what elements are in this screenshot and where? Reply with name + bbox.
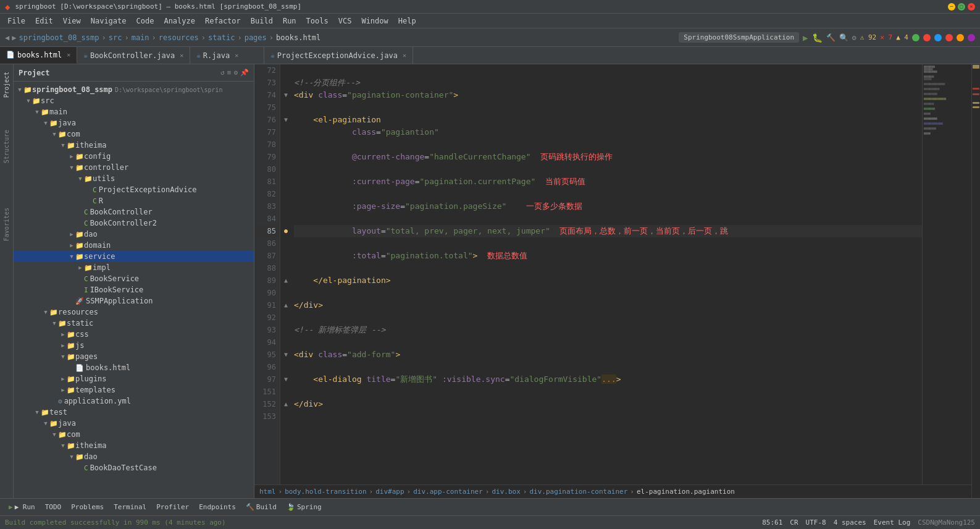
run-tab[interactable]: ▶ ▶ Run (5, 502, 39, 512)
tree-src[interactable]: ▼ 📁 src (14, 95, 254, 106)
tree-impl[interactable]: ▶ 📁 impl (14, 262, 254, 273)
tab-close-r[interactable]: ✕ (235, 52, 238, 59)
menu-window[interactable]: Window (356, 15, 393, 27)
tree-ibook-service[interactable]: ▶ I IBookService (14, 284, 254, 295)
structure-panel-label[interactable]: Structure (1, 127, 12, 166)
tree-service[interactable]: ▼ 📁 service (14, 251, 254, 262)
tree-itheima[interactable]: ▼ 📁 itheima (14, 140, 254, 151)
warning-badge[interactable]: ⚠ 92 (860, 33, 877, 41)
tree-static[interactable]: ▼ 📁 static (14, 318, 254, 329)
tree-controller[interactable]: ▼ 📁 controller (14, 162, 254, 173)
tree-com[interactable]: ▼ 📁 com (14, 129, 254, 140)
nav-body[interactable]: body.hold-transition (285, 488, 366, 496)
gear-icon[interactable]: ⚙ (852, 33, 856, 42)
breadcrumb-resources[interactable]: resources (159, 33, 199, 42)
spring-tab[interactable]: 🍃Spring (283, 502, 325, 512)
tab-books-html[interactable]: 📄 books.html ✕ (0, 47, 77, 64)
back-button[interactable]: ◀ (5, 33, 9, 42)
error-badge[interactable]: ✕ 7 (880, 33, 892, 41)
nav-el-pagination[interactable]: el-pagination.pagiantion (637, 488, 735, 496)
tree-ssmp-application[interactable]: ▶ 🚀 SSMPApplication (14, 295, 254, 307)
tree-book-controller[interactable]: ▶ C BookController (14, 206, 254, 218)
menu-help[interactable]: Help (393, 15, 421, 27)
problems-tab[interactable]: Problems (67, 502, 107, 512)
scroll-minimap[interactable]: ██████████ ████████ ████████████ ███████… (922, 64, 971, 485)
tree-root[interactable]: ▼ 📁 springboot_08_ssmp D:\workspace\spri… (14, 84, 254, 95)
tab-close-exception[interactable]: ✕ (403, 52, 406, 59)
tree-project-exception[interactable]: ▶ C ProjectExceptionAdvice (14, 184, 254, 195)
menu-vcs[interactable]: VCS (333, 15, 357, 27)
tree-book-service[interactable]: ▶ C BookService (14, 273, 254, 284)
search-icon[interactable]: 🔍 (839, 33, 848, 42)
nav-html[interactable]: html (259, 488, 276, 496)
minimize-button[interactable]: ─ (948, 3, 955, 11)
terminal-tab[interactable]: Terminal (110, 502, 150, 512)
maximize-button[interactable]: □ (958, 3, 965, 11)
tree-utils[interactable]: ▼ 📁 utils (14, 173, 254, 184)
tree-test-com[interactable]: ▼ 📁 com (14, 429, 254, 440)
nav-div-app-container[interactable]: div.app-container (413, 488, 483, 496)
tree-plugins[interactable]: ▶ 📁 plugins (14, 373, 254, 384)
close-button[interactable]: ✕ (968, 3, 975, 11)
menu-build[interactable]: Build (246, 15, 278, 27)
tree-test-itheima[interactable]: ▼ 📁 itheima (14, 440, 254, 451)
tree-js[interactable]: ▶ 📁 js (14, 340, 254, 351)
build-tab[interactable]: 🔨Build (242, 502, 280, 512)
code-view[interactable]: 72 73 74 75 76 77 78 79 80 81 82 83 84 8… (254, 64, 971, 485)
tree-test-dao[interactable]: ▼ 📁 dao (14, 451, 254, 462)
menu-view[interactable]: View (58, 15, 86, 27)
sidebar-refresh-icon[interactable]: ↺ (220, 69, 225, 77)
tree-templates[interactable]: ▶ 📁 templates (14, 384, 254, 396)
menu-analyze[interactable]: Analyze (159, 15, 200, 27)
indent-indicator[interactable]: 4 spaces (834, 518, 866, 527)
nav-div-box[interactable]: div.box (492, 488, 520, 496)
nav-div-app[interactable]: div#app (375, 488, 404, 496)
breadcrumb-main[interactable]: main (132, 33, 149, 42)
sidebar-settings-icon[interactable]: ⚙ (233, 69, 238, 77)
run-button[interactable]: ▶ (803, 33, 808, 43)
info-badge[interactable]: ▲ 4 (896, 33, 908, 41)
tab-project-exception[interactable]: ☕ ProjectExceptionAdvice.java ✕ (264, 47, 413, 64)
profiler-tab[interactable]: Profiler (153, 502, 193, 512)
crlf-indicator[interactable]: CR (790, 518, 798, 527)
tree-book-dao-test[interactable]: ▶ C BookDaoTestCase (14, 462, 254, 473)
todo-tab[interactable]: TODO (41, 502, 65, 512)
tree-domain[interactable]: ▶ 📁 domain (14, 240, 254, 251)
menu-file[interactable]: File (2, 15, 30, 27)
tab-r-java[interactable]: ☕ R.java ✕ (190, 47, 264, 64)
tree-test-java[interactable]: ▼ 📁 java (14, 418, 254, 429)
tree-book-controller2[interactable]: ▶ C BookController2 (14, 218, 254, 229)
tree-main[interactable]: ▼ 📁 main (14, 106, 254, 117)
run-config-dropdown[interactable]: Springboot08SsmpApplication (679, 32, 799, 43)
menu-code[interactable]: Code (132, 15, 159, 27)
tree-config[interactable]: ▶ 📁 config (14, 151, 254, 162)
tab-close-bookcontroller[interactable]: ✕ (180, 52, 183, 59)
code-content[interactable]: <!--分页组件--> <div class="pagination-conta… (291, 64, 922, 485)
tree-java[interactable]: ▼ 📁 java (14, 117, 254, 129)
tree-test[interactable]: ▼ 📁 test (14, 407, 254, 418)
tree-books-html[interactable]: ▶ 📄 books.html (14, 362, 254, 373)
tab-book-controller[interactable]: ☕ BookController.java ✕ (77, 47, 190, 64)
menu-edit[interactable]: Edit (30, 15, 58, 27)
tree-css[interactable]: ▶ 📁 css (14, 329, 254, 340)
tree-pages[interactable]: ▼ 📁 pages (14, 351, 254, 362)
forward-button[interactable]: ▶ (12, 33, 16, 42)
event-log-btn[interactable]: Event Log (874, 518, 911, 527)
breadcrumb-root[interactable]: springboot_08_ssmp (19, 33, 99, 42)
debug-button[interactable]: 🐛 (812, 33, 823, 43)
build-button[interactable]: 🔨 (826, 33, 836, 42)
tree-application-yml[interactable]: ▶ ⚙ application.yml (14, 396, 254, 407)
project-panel-label[interactable]: Project (1, 69, 12, 100)
tab-close-books[interactable]: ✕ (67, 51, 70, 58)
favorites-panel-label[interactable]: Favorites (1, 205, 12, 243)
menu-run[interactable]: Run (278, 15, 301, 27)
tree-r[interactable]: ▶ C R (14, 195, 254, 206)
menu-refactor[interactable]: Refactor (200, 15, 246, 27)
breadcrumb-pages[interactable]: pages (245, 33, 267, 42)
encoding-indicator[interactable]: UTF-8 (806, 518, 826, 527)
endpoints-tab[interactable]: Endpoints (195, 502, 240, 512)
sidebar-pin-icon[interactable]: 📌 (240, 69, 249, 77)
nav-div-pagination[interactable]: div.pagination-container (529, 488, 627, 496)
menu-tools[interactable]: Tools (301, 15, 333, 27)
sidebar-collapse-icon[interactable]: ≡ (227, 69, 232, 77)
